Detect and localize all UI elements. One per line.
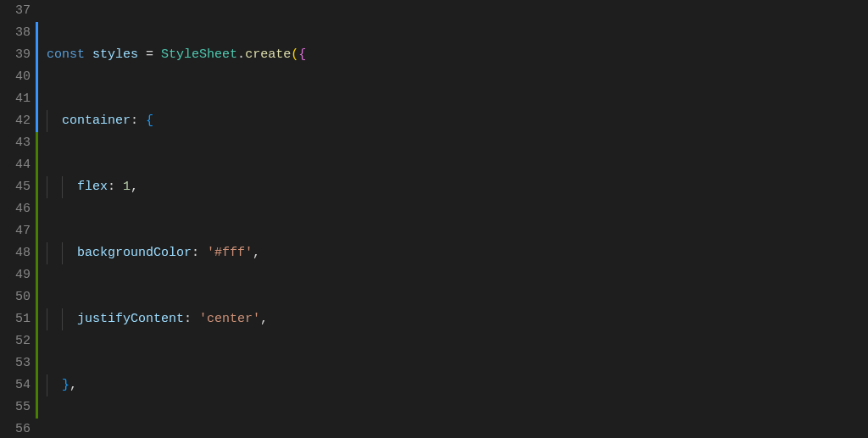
line-number: 43 bbox=[0, 132, 31, 154]
line-number: 47 bbox=[0, 220, 31, 242]
line-number: 52 bbox=[0, 330, 31, 352]
line-number: 39 bbox=[0, 44, 31, 66]
code-line[interactable]: justifyContent: 'center', bbox=[47, 308, 868, 330]
line-number: 40 bbox=[0, 66, 31, 88]
line-gutter: 37 38 39 40 41 42 43 44 45 46 47 48 49 5… bbox=[0, 0, 36, 438]
line-number: 41 bbox=[0, 88, 31, 110]
identifier: styles bbox=[92, 47, 138, 62]
code-editor[interactable]: 37 38 39 40 41 42 43 44 45 46 47 48 49 5… bbox=[0, 0, 868, 438]
code-line[interactable]: const styles = StyleSheet.create({ bbox=[47, 44, 868, 66]
code-line[interactable]: flex: 1, bbox=[47, 176, 868, 198]
string: '#fff' bbox=[207, 246, 253, 260]
line-number: 44 bbox=[0, 154, 31, 176]
property: justifyContent bbox=[77, 312, 184, 326]
line-number: 48 bbox=[0, 242, 31, 264]
number: 1 bbox=[123, 180, 131, 194]
code-line[interactable]: }, bbox=[47, 374, 868, 396]
line-number: 51 bbox=[0, 308, 31, 330]
line-number: 54 bbox=[0, 374, 31, 396]
line-number: 50 bbox=[0, 286, 31, 308]
line-number: 38 bbox=[0, 22, 31, 44]
code-line[interactable]: container: { bbox=[47, 110, 868, 132]
property: container bbox=[62, 114, 131, 128]
code-line[interactable]: backgroundColor: '#fff', bbox=[47, 242, 868, 264]
property: backgroundColor bbox=[77, 246, 192, 260]
line-number: 37 bbox=[0, 0, 31, 22]
line-number: 45 bbox=[0, 176, 31, 198]
function-name: create bbox=[245, 47, 291, 62]
string: 'center' bbox=[199, 312, 260, 326]
line-number: 56 bbox=[0, 419, 31, 438]
line-number: 53 bbox=[0, 352, 31, 374]
class-name: StyleSheet bbox=[161, 47, 237, 62]
line-number: 42 bbox=[0, 110, 31, 132]
property: flex bbox=[77, 180, 108, 194]
code-area[interactable]: const styles = StyleSheet.create({ conta… bbox=[38, 0, 868, 438]
line-number: 55 bbox=[0, 396, 31, 419]
keyword: const bbox=[47, 47, 85, 62]
line-number: 46 bbox=[0, 198, 31, 220]
line-number: 49 bbox=[0, 264, 31, 286]
